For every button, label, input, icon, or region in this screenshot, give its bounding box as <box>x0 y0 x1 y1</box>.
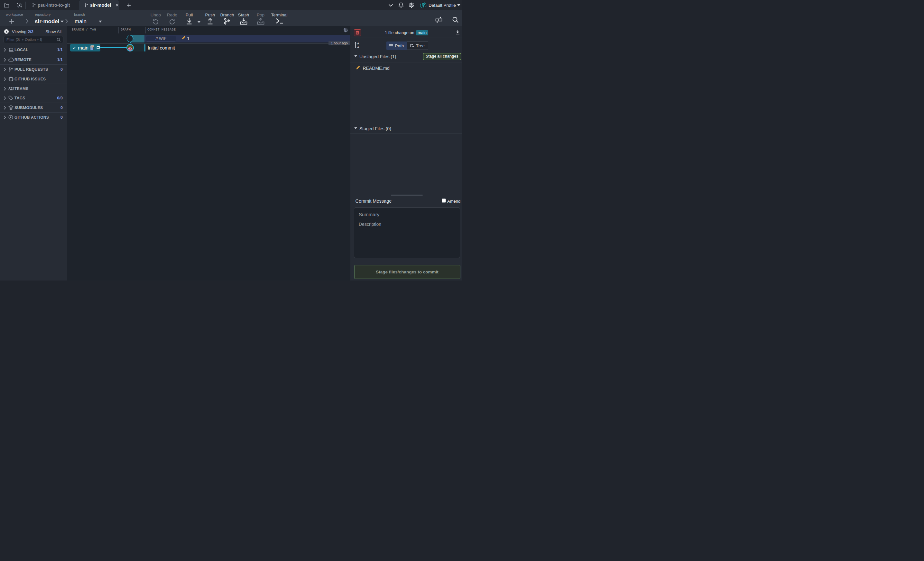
svg-text:Z: Z <box>357 45 359 48</box>
svg-text:A: A <box>357 42 359 45</box>
